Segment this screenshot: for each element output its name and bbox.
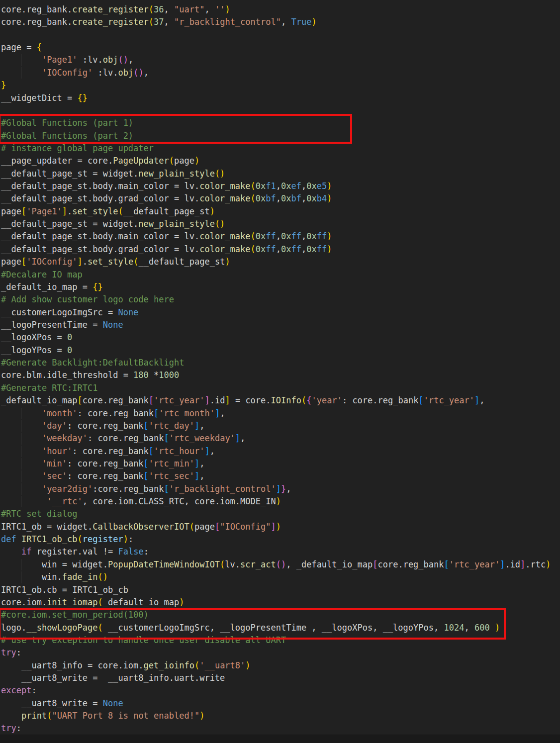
- code-line[interactable]: print("UART Port 8 is not enabled!"): [0, 710, 560, 722]
- code-line[interactable]: try:: [0, 722, 560, 735]
- code-line[interactable]: _default_io_map[core.reg_bank['rtc_year'…: [0, 394, 560, 407]
- code-line[interactable]: [0, 104, 560, 117]
- code-line[interactable]: __default_page_st.body.grad_color = lv.c…: [0, 243, 560, 256]
- code-token: (): [97, 572, 107, 582]
- code-line[interactable]: win = widget.PopupDateTimeWindowIOT(lv.s…: [0, 558, 560, 571]
- code-line[interactable]: _default_io_map = {}: [0, 281, 560, 293]
- code-line[interactable]: __default_page_st.body.main_color = lv.c…: [0, 230, 560, 243]
- code-line[interactable]: page = {: [0, 41, 560, 54]
- code-token: ff: [266, 244, 276, 254]
- code-line[interactable]: #Generate Backlight:DefaultBacklight: [0, 357, 560, 369]
- indent-guide: [21, 496, 21, 507]
- code-line[interactable]: #Global Functions (part 1): [0, 117, 560, 129]
- code-line[interactable]: #Generate RTC:IRTC1: [0, 382, 560, 394]
- code-line[interactable]: '__rtc', core.iom.CLASS_RTC, core.iom.MO…: [0, 495, 560, 508]
- code-line[interactable]: # instance global page updater: [0, 142, 560, 155]
- code-token: page =: [1, 42, 37, 52]
- code-line[interactable]: 'weekday': core.reg_bank['rtc_weekday'],: [0, 432, 560, 445]
- code-line[interactable]: __default_page_st.body.grad_color = lv.c…: [0, 192, 560, 205]
- code-line[interactable]: __logoPresentTime = None: [0, 319, 560, 331]
- code-token: :: [128, 534, 133, 544]
- code-line[interactable]: #Decalare IO map: [0, 269, 560, 281]
- code-line[interactable]: page['IOConfig'].set_style(__default_pag…: [0, 256, 560, 268]
- code-line[interactable]: win.fade_in(): [0, 571, 560, 583]
- code-token: __default_page_st.body.main_color = lv.: [1, 181, 199, 191]
- code-line[interactable]: except:: [0, 684, 560, 697]
- code-token: # use try exception to handle once user …: [1, 635, 286, 645]
- code-line[interactable]: def IRTC1_ob_cb(register):: [0, 533, 560, 546]
- code-line[interactable]: if register.val != False:: [0, 546, 560, 558]
- code-token: 'rtc_sec': [149, 471, 194, 481]
- code-token: 0x: [256, 231, 266, 241]
- code-line[interactable]: __uart8_info = core.iom.get_ioinfo('__ua…: [0, 659, 560, 672]
- code-editor[interactable]: core.reg_bank.create_register(36, "uart"…: [0, 0, 560, 743]
- code-line[interactable]: __customerLogoImgSrc = None: [0, 306, 560, 319]
- code-line[interactable]: #core.iom.set_mon_period(100): [0, 609, 560, 621]
- code-line[interactable]: page['Page1'].set_style(__default_page_s…: [0, 205, 560, 218]
- code-line[interactable]: __logoXPos = 0: [0, 331, 560, 344]
- code-line[interactable]: core.blm.idle_threshold = 180 *1000: [0, 369, 560, 381]
- code-token: [: [149, 395, 154, 405]
- code-line[interactable]: IRTC1_ob = widget.CallbackObserverIOT(pa…: [0, 521, 560, 533]
- code-token: 'Page1': [42, 55, 78, 65]
- code-line[interactable]: }: [0, 79, 560, 92]
- code-token: register.val !=: [31, 547, 118, 557]
- code-line[interactable]: 'year2dig':core.reg_bank['r_backlight_co…: [0, 483, 560, 495]
- code-token: 'r_backlight_control': [169, 484, 276, 494]
- code-line[interactable]: # Add show customer logo code here: [0, 293, 560, 306]
- code-line[interactable]: __uart8_write = None: [0, 697, 560, 710]
- code-token: 0x: [281, 231, 291, 241]
- code-line[interactable]: __default_page_st = widget.new_plain_sty…: [0, 218, 560, 230]
- code-line[interactable]: __uart8_write = __uart8_info.uart.write: [0, 672, 560, 684]
- code-line[interactable]: __widgetDict = {}: [0, 92, 560, 104]
- code-token: ]: [78, 257, 83, 267]
- code-area[interactable]: core.reg_bank.create_register(36, "uart"…: [0, 3, 560, 735]
- code-token: , core.iom.CLASS_RTC, core.iom.MODE_IN: [83, 496, 276, 506]
- code-line[interactable]: 'sec': core.reg_bank['rtc_sec'],: [0, 470, 560, 482]
- code-token: 'month': [42, 408, 78, 418]
- code-token: page: [194, 522, 215, 532]
- code-token: core.reg_bank.: [1, 4, 72, 14]
- code-line[interactable]: try:: [0, 647, 560, 659]
- code-token: #Generate Backlight:DefaultBacklight: [1, 358, 184, 368]
- code-line[interactable]: 'day': core.reg_bank['rtc_day'],: [0, 420, 560, 432]
- code-token: get_ioinfo: [144, 660, 194, 670]
- code-line[interactable]: 'Page1' :lv.obj(),: [0, 54, 560, 66]
- code-line[interactable]: #Global Functions (part 2): [0, 130, 560, 142]
- code-line[interactable]: [0, 29, 560, 41]
- code-line[interactable]: 'IOConfig' :lv.obj(),: [0, 67, 560, 79]
- code-token: ): [546, 559, 551, 569]
- code-token: "uart": [174, 4, 204, 14]
- code-line[interactable]: #RTC set dialog: [0, 508, 560, 520]
- code-token: __default_page_st: [123, 206, 210, 216]
- code-line[interactable]: core.reg_bank.create_register(37, "r_bac…: [0, 16, 560, 28]
- code-line[interactable]: __default_page_st.body.main_color = lv.c…: [0, 180, 560, 192]
- code-token: 'rtc_year': [154, 395, 204, 405]
- code-line[interactable]: logo.__showLogoPage( __customerLogoImgSr…: [0, 622, 560, 634]
- code-line[interactable]: 'min': core.reg_bank['rtc_min'],: [0, 458, 560, 470]
- code-token: register: [83, 534, 123, 544]
- code-token: ): [245, 660, 250, 670]
- code-token: 1024: [444, 623, 464, 633]
- code-line[interactable]: __logoYPos = 0: [0, 344, 560, 357]
- code-token: ,: [220, 408, 225, 418]
- code-line[interactable]: __page_updater = core.PageUpdater(page): [0, 155, 560, 167]
- code-token: win = widget.: [1, 559, 108, 569]
- code-line[interactable]: IRTC1_ob.cb = IRTC1_ob_cb: [0, 584, 560, 596]
- code-line[interactable]: core.iom.init_iomap(_default_io_map): [0, 596, 560, 609]
- code-token: [: [215, 522, 220, 532]
- code-line[interactable]: 'month': core.reg_bank['rtc_month'],: [0, 407, 560, 420]
- code-token: 'rtc_year': [449, 559, 500, 569]
- code-token: (: [169, 156, 174, 166]
- code-line[interactable]: core.reg_bank.create_register(36, "uart"…: [0, 3, 560, 16]
- code-line[interactable]: # use try exception to handle once user …: [0, 634, 560, 647]
- code-line[interactable]: 'hour': core.reg_bank['rtc_hour'],: [0, 445, 560, 458]
- code-line[interactable]: __default_page_st = widget.new_plain_sty…: [0, 168, 560, 180]
- code-token: [1, 496, 47, 506]
- indent-guide: [21, 433, 21, 444]
- code-token: ): [276, 496, 281, 506]
- code-token: __logoXPos =: [1, 332, 67, 342]
- code-token: ): [276, 522, 281, 532]
- code-token: [: [144, 471, 149, 481]
- code-token: win.: [1, 572, 62, 582]
